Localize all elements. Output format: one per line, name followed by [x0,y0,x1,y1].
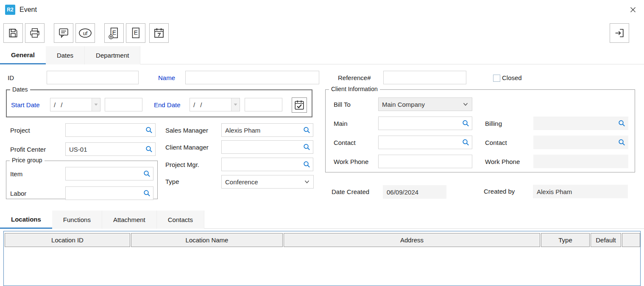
project-mgr-label: Project Mgr. [165,161,199,168]
billing-label: Billing [485,120,502,127]
note-button[interactable] [54,23,73,43]
date-created-label: Date Created [332,188,369,195]
calendar-button[interactable] [149,23,169,43]
start-date-dropdown[interactable] [92,98,100,111]
search-icon[interactable] [618,139,625,146]
end-date-label: End Date [154,101,181,108]
calendar-check-icon [294,100,305,111]
close-icon [630,6,636,13]
billing-field[interactable] [533,117,628,130]
search-icon[interactable] [143,190,151,197]
save-button[interactable] [3,23,23,43]
contact-right-label: Contact [485,139,507,146]
search-icon[interactable] [303,144,310,151]
search-icon[interactable] [143,170,151,178]
reference-input[interactable] [383,71,466,84]
type-select[interactable]: Conference [221,175,314,189]
column-header-type[interactable]: Type [541,233,590,247]
tab-locations[interactable]: Locations [0,211,52,229]
event-add-button[interactable]: E [104,23,124,43]
date-picker-button[interactable] [292,97,307,113]
project-input[interactable] [65,123,156,137]
search-icon[interactable] [618,120,625,127]
chevron-down-icon [234,103,237,106]
chevron-down-icon [94,103,98,106]
column-header-location-name[interactable]: Location Name [131,233,283,247]
save-icon [7,27,19,39]
search-icon[interactable] [145,127,153,134]
search-icon[interactable] [145,146,153,153]
id-label: ID [8,74,14,81]
work-phone-right-label: Work Phone [485,158,520,165]
window-title: Event [20,6,37,14]
reference-label: Reference# [338,74,371,81]
exit-icon [613,27,625,39]
dates-group-title: Dates [10,86,30,93]
client-manager-input[interactable] [221,140,313,154]
closed-label: Closed [502,74,522,81]
created-by-label: Created by [484,188,515,195]
name-input[interactable] [185,71,319,84]
end-date-dropdown[interactable] [231,98,240,111]
project-label: Project [10,127,30,134]
profit-center-input[interactable]: US-01 [65,142,156,156]
start-time-input[interactable] [105,98,142,111]
exit-button[interactable] [610,23,629,43]
contact-left-input[interactable] [378,136,472,149]
svg-text:E: E [134,30,138,36]
contact-right-field[interactable] [533,136,628,149]
table-header-row: Location ID Location Name Address Type D… [5,233,640,247]
contact-left-label: Contact [334,139,356,146]
closed-checkbox[interactable] [493,75,500,82]
end-time-input[interactable] [245,98,282,111]
main-input[interactable] [378,117,472,130]
start-date-input[interactable]: / / [50,98,100,111]
created-by-value: Alexis Pham [533,185,628,198]
search-icon[interactable] [462,120,469,127]
tab-dates[interactable]: Dates [46,46,85,64]
work-phone-left-input[interactable] [378,155,472,168]
work-phone-right-field [533,155,628,168]
column-header-address[interactable]: Address [284,233,540,247]
search-icon[interactable] [462,139,469,146]
event-button[interactable]: E [126,23,145,43]
item-input[interactable] [65,167,153,180]
print-icon [29,27,41,39]
print-button[interactable] [25,23,45,43]
tab-attachment[interactable]: Attachment [102,211,157,229]
calendar-icon [153,27,165,39]
client-info-title: Client Information [329,86,380,92]
svg-text:E: E [112,30,116,36]
tab-functions[interactable]: Functions [52,211,102,229]
search-icon[interactable] [303,161,310,168]
sales-manager-input[interactable]: Alexis Pham [221,123,313,137]
tab-contacts[interactable]: Contacts [157,211,204,229]
user-fields-button[interactable]: uf [75,23,95,43]
sales-manager-label: Sales Manager [165,127,208,134]
tab-department[interactable]: Department [85,46,140,64]
column-header-filler [622,233,640,247]
note-icon [58,27,70,39]
client-manager-label: Client Manager [165,144,209,151]
bill-to-select[interactable]: Main Company [378,97,472,111]
column-header-default[interactable]: Default [591,233,621,247]
svg-text:uf: uf [83,31,88,36]
user-fields-icon: uf [78,26,92,40]
date-created-value: 06/09/2024 [383,185,446,199]
work-phone-left-label: Work Phone [334,158,368,165]
event-icon: E [129,27,142,39]
labor-input[interactable] [65,186,153,200]
event-window: R2 Event uf E [0,0,644,286]
project-mgr-input[interactable] [221,158,313,171]
chevron-down-icon [463,103,468,106]
tab-general[interactable]: General [0,46,46,64]
bill-to-label: Bill To [334,101,351,108]
search-icon[interactable] [303,127,310,134]
start-date-label: Start Date [11,101,40,108]
id-input[interactable] [47,71,139,84]
name-label: Name [158,74,175,81]
column-header-location-id[interactable]: Location ID [5,233,130,247]
close-button[interactable] [625,3,641,16]
event-add-icon: E [108,27,120,39]
end-date-input[interactable]: / / [190,98,240,111]
